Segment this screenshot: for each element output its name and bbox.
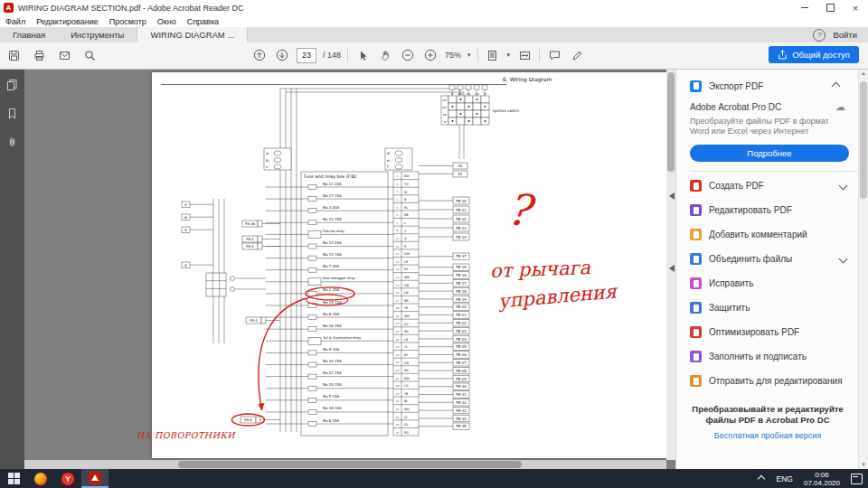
save-button[interactable] [5,46,22,64]
menu-view[interactable]: Просмотр [104,17,152,26]
clock[interactable]: 0:06 07.04.2020 [804,471,840,487]
svg-text:FB-4: FB-4 [250,318,258,323]
scrollbar-thumb[interactable] [860,81,867,199]
svg-text:17: 17 [396,299,400,303]
select-tool-button[interactable] [354,46,371,64]
previous-page-button[interactable] [251,46,268,64]
svg-text:a:: a: [266,151,269,155]
learn-more-button[interactable]: Подробнее [690,145,849,162]
page-count-label: / 148 [323,51,341,60]
acrobat-taskbar-button[interactable] [81,469,108,488]
page-view-button[interactable] [485,46,501,64]
tool-add-comment[interactable]: Добавить комментарий [690,222,855,247]
tool-create-pdf[interactable]: Создать PDF [690,174,855,198]
sign-in-link[interactable]: Войти [833,30,857,40]
bookmarks-icon[interactable] [6,107,18,123]
svg-text:FB-28: FB-28 [456,369,467,373]
zoom-level-select[interactable]: 75% [445,51,461,60]
tab-home[interactable]: Главная [0,27,58,42]
svg-text:7: 7 [397,221,399,225]
zoom-in-button[interactable] [422,46,439,64]
comment-button[interactable] [546,46,562,64]
save-icon [8,50,20,61]
svg-text:19: 19 [396,314,400,318]
svg-text:4: 4 [397,198,399,202]
fit-width-button[interactable] [516,46,533,64]
tray-chevron-up-icon[interactable] [757,474,764,482]
menu-help[interactable]: Справка [182,17,224,26]
menu-edit[interactable]: Редактирование [31,17,104,26]
scrollbar-thumb[interactable] [667,72,675,172]
tab-document[interactable]: WIRING DIAGRAM ... [137,27,248,42]
next-page-button[interactable] [274,46,290,64]
scroll-up-icon[interactable]: ▲ [859,70,868,76]
close-button[interactable]: × [843,0,868,15]
svg-text:FB-18: FB-18 [456,289,467,294]
tool-edit-pdf[interactable]: Редактировать PDF [690,198,855,222]
share-button[interactable]: Общий доступ [769,46,859,63]
export-pdf-section[interactable]: Экспорт PDF [690,74,848,98]
tool-label: Объединить файлы [709,254,792,264]
document-area[interactable]: 6. Wiring DiagramBACCIG1IG2STOFFACCONSTI… [24,69,675,469]
menu-window[interactable]: Окно [152,17,182,26]
add-comment-icon [690,229,702,240]
panel-scrollbar[interactable]: ▲ ▼ [858,69,868,469]
page-thumbnails-icon[interactable] [6,78,18,94]
firefox-taskbar-button[interactable] [27,469,54,488]
svg-text:No.6 15A: No.6 15A [323,418,340,423]
tool-fix[interactable]: Исправить [690,271,855,296]
tool-optimize-pdf[interactable]: Оптимизировать PDF [690,320,855,344]
svg-text:FB-3: FB-3 [246,244,254,249]
print-button[interactable] [31,46,47,64]
svg-text:10: 10 [396,245,400,249]
svg-text:FB-30: FB-30 [456,384,467,389]
svg-text:FB-16: FB-16 [456,273,467,277]
start-button[interactable] [0,469,27,488]
firefox-icon [34,473,47,485]
tool-combine-files[interactable]: Объединить файлы [690,247,855,271]
email-button[interactable] [56,46,72,64]
tool-protect[interactable]: Защитить [690,296,855,320]
hand-tool-button[interactable] [377,46,393,64]
window-title: WIRING DIAGRAM SECTION.pdf - Adobe Acrob… [18,4,244,13]
tool-send-for-review[interactable]: Отправить для редактирования [690,369,855,393]
tool-fill-sign[interactable]: Заполнить и подписать [690,344,855,369]
menu-file[interactable]: Файл [0,17,31,26]
tray-time: 0:06 [804,471,840,479]
svg-text:No.10 15A: No.10 15A [323,359,342,363]
svg-text:No.18 10A: No.18 10A [323,406,342,410]
svg-text:Sub fan relay: Sub fan relay [323,230,345,233]
search-button[interactable] [81,46,98,64]
yandex-browser-taskbar-button[interactable]: Y [54,469,81,488]
free-trial-link[interactable]: Бесплатная пробная версия [690,431,845,440]
page-number-input[interactable]: 23 [297,48,316,63]
svg-text:c:: c: [266,164,269,169]
svg-text:GW: GW [404,252,410,256]
draw-button[interactable] [569,46,585,64]
svg-text:ST: ST [484,92,487,96]
svg-text:FB-2: FB-2 [246,237,254,241]
svg-text:GB: GB [404,284,410,287]
attachments-icon[interactable] [6,136,18,152]
language-indicator[interactable]: ENG [777,474,793,483]
help-icon[interactable]: ? [813,29,826,42]
tab-tools[interactable]: Инструменты [58,27,137,42]
tool-label: Заполнить и подписать [709,352,807,361]
svg-text:IG2: IG2 [475,92,479,96]
share-icon [778,50,788,60]
maximize-button[interactable] [817,0,843,15]
collapse-panel-arrow[interactable] [669,265,675,272]
scroll-down-icon[interactable]: ▼ [859,462,868,467]
scrollbar-thumb[interactable] [178,461,522,468]
fit-width-icon [519,50,531,61]
zoom-out-button[interactable] [400,46,416,64]
svg-text:34: 34 [396,431,400,435]
minimize-button[interactable] [792,0,817,15]
svg-text:IG: IG [458,164,462,168]
document-horizontal-scrollbar[interactable] [24,460,666,469]
chevron-down-icon [839,182,848,191]
svg-text:FB-32: FB-32 [456,400,467,405]
maximize-icon [826,4,835,12]
collapse-panel-arrow[interactable] [669,192,675,200]
action-center-icon[interactable] [851,474,863,484]
